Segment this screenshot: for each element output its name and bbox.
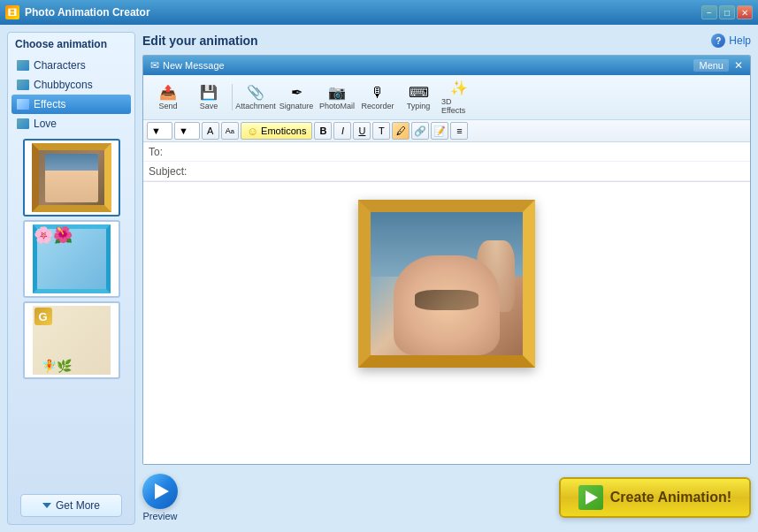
thumbnail-2-inner: 🌸🌺 [25,222,119,296]
help-button[interactable]: ? Help [711,34,751,48]
toolbar-photomail[interactable]: 📷 PhotoMail [318,82,356,112]
get-more-button[interactable]: Get More [20,494,122,517]
3deffects-label: 3D Effects [441,97,477,115]
attachment-icon: 📎 [247,84,264,101]
window-title: Photo Animation Creator [25,6,150,19]
fairy-letter: G [34,308,52,325]
to-field-row: To: [143,142,750,162]
toolbar-save[interactable]: 💾 Save [189,82,228,112]
panel-heading: Choose animation [8,33,134,54]
email-fields: To: Subject: [143,142,750,182]
emoticons-button[interactable]: ☺ Emoticons [241,122,313,140]
font-dropdown[interactable]: ▼ [147,122,172,140]
recorder-label: Recorder [361,102,394,110]
sidebar-items: Characters Chubbycons Effects Love [8,54,134,135]
chubbycons-icon [17,80,29,90]
minimize-button[interactable]: − [701,5,717,19]
subject-label: Subject: [149,165,193,178]
window-controls[interactable]: − □ ✕ [701,5,753,19]
toolbar-signature[interactable]: ✒ Signature [277,82,316,112]
effects-icon [17,99,29,110]
photomail-label: PhotoMail [319,102,355,110]
toolbar-separator-1 [232,84,233,110]
help-icon: ? [711,34,725,48]
send-label: Send [158,102,177,110]
sidebar-item-characters[interactable]: Characters [11,56,131,75]
font-format-btn1[interactable]: A [202,122,219,140]
email-titlebar-left: ✉ New Message [150,59,225,72]
close-button[interactable]: ✕ [737,5,753,19]
sidebar-item-effects[interactable]: Effects [11,95,131,114]
sidebar-item-love[interactable]: Love [11,114,131,133]
sidebar-item-label: Love [34,118,57,130]
save-label: Save [200,102,218,110]
email-close-button[interactable]: ✕ [734,59,743,72]
photo-placeholder-1 [45,154,98,202]
bold-button[interactable]: B [314,122,332,140]
get-more-label: Get More [56,499,100,512]
to-input[interactable] [193,146,745,158]
large-gold-frame [358,200,535,368]
email-titlebar-right: Menu ✕ [693,59,743,72]
thumbnail-3-inner: G 🧚🌿 [25,303,119,377]
highlight-button[interactable]: 🖊 [392,122,410,140]
typing-label: Typing [407,102,431,110]
subject-field-row: Subject: [143,162,750,181]
title-bar: 🎞 Photo Animation Creator − □ ✕ [0,0,758,25]
format-bar: ▼ ▼ A Aa ☺ Emoticons B I U T 🖊 🔗 [143,120,750,142]
fairy-decoration: 🧚🌿 [42,359,72,373]
toolbar-typing[interactable]: ⌨ Typing [399,82,438,112]
font-format-btn2[interactable]: Aa [221,122,239,140]
italic-button[interactable]: I [333,122,351,140]
preview-button[interactable]: Preview [142,474,178,521]
colorful-frame: 🌸🌺 [33,224,111,293]
smiley-icon: ☺ [247,125,258,138]
text-color-button[interactable]: T [372,122,390,140]
toolbar-send[interactable]: 📤 Send [149,82,188,112]
app-icon: 🎞 [5,5,19,19]
maximize-button[interactable]: □ [719,5,735,19]
left-panel: Choose animation Characters Chubbycons E… [7,32,135,525]
characters-icon [17,60,29,71]
toolbar-attachment[interactable]: 📎 Attachment [236,82,275,112]
format-more-btn3[interactable]: ≡ [450,122,468,140]
sidebar-item-label: Chubbycons [34,79,93,91]
sidebar-item-label: Characters [34,59,86,72]
glasses [415,290,479,310]
email-titlebar: ✉ New Message Menu ✕ [143,56,750,75]
play-circle [142,474,178,509]
bottom-bar: Preview Create Animation! [142,470,751,525]
main-face [394,255,500,355]
email-titlebar-text: New Message [163,60,225,71]
thumbnail-1[interactable] [23,139,120,217]
create-animation-button[interactable]: Create Animation! [559,477,751,518]
format-more-btn1[interactable]: 🔗 [411,122,429,140]
signature-label: Signature [279,102,314,110]
subject-input[interactable] [193,165,745,178]
toolbar-3deffects[interactable]: ✨ 3D Effects [440,78,479,117]
send-icon: 📤 [159,84,177,101]
typing-icon: ⌨ [409,84,429,101]
email-toolbar: 📤 Send 💾 Save 📎 Attachment ✒ Signature [143,75,750,120]
gold-frame [32,143,111,212]
email-compose: ✉ New Message Menu ✕ 📤 Send 💾 Save [142,55,751,465]
size-dropdown[interactable]: ▼ [174,122,200,140]
thumbnail-1-inner [25,141,119,215]
main-layout: Choose animation Characters Chubbycons E… [0,25,758,532]
sidebar-item-label: Effects [34,98,65,110]
sidebar-item-chubbycons[interactable]: Chubbycons [11,75,131,95]
email-body[interactable] [143,182,750,464]
signature-icon: ✒ [291,84,302,101]
envelope-icon: ✉ [150,59,159,72]
save-icon: 💾 [200,84,218,101]
thumbnail-2[interactable]: 🌸🌺 [23,220,120,298]
photo-content [371,212,523,355]
thumbnail-3[interactable]: G 🧚🌿 [23,301,120,379]
format-more-btn2[interactable]: 📝 [431,122,448,140]
thumbnails-area: 🌸🌺 G 🧚🌿 [8,135,134,489]
underline-button[interactable]: U [353,122,371,140]
email-menu-button[interactable]: Menu [693,59,729,72]
emoticons-label: Emoticons [261,125,306,136]
toolbar-recorder[interactable]: 🎙 Recorder [358,83,397,112]
framed-photo [358,200,535,368]
